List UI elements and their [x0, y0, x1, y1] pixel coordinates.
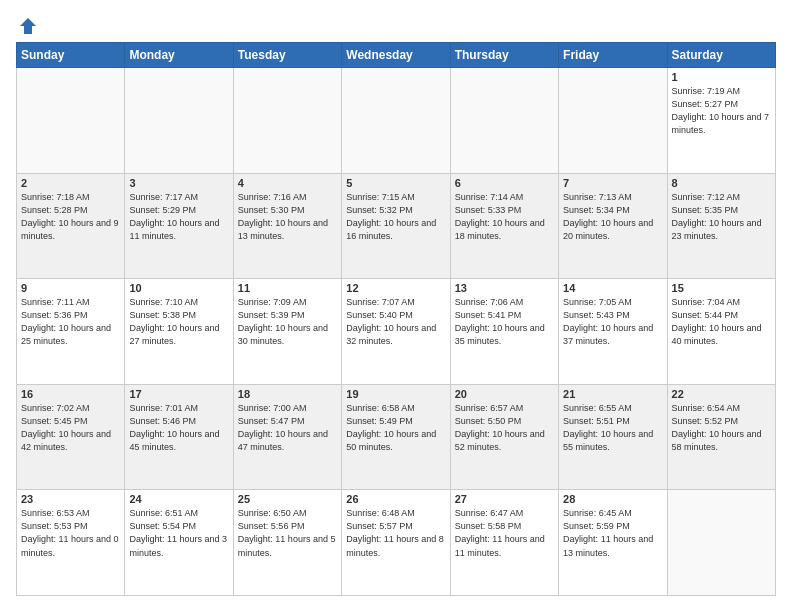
day-number: 11 — [238, 282, 337, 294]
day-number: 2 — [21, 177, 120, 189]
calendar-cell: 10Sunrise: 7:10 AM Sunset: 5:38 PM Dayli… — [125, 279, 233, 385]
calendar-cell — [17, 68, 125, 174]
day-info: Sunrise: 7:12 AM Sunset: 5:35 PM Dayligh… — [672, 191, 771, 243]
calendar-cell: 21Sunrise: 6:55 AM Sunset: 5:51 PM Dayli… — [559, 384, 667, 490]
day-info: Sunrise: 7:06 AM Sunset: 5:41 PM Dayligh… — [455, 296, 554, 348]
calendar-cell: 9Sunrise: 7:11 AM Sunset: 5:36 PM Daylig… — [17, 279, 125, 385]
day-number: 27 — [455, 493, 554, 505]
calendar-cell: 15Sunrise: 7:04 AM Sunset: 5:44 PM Dayli… — [667, 279, 775, 385]
day-info: Sunrise: 7:04 AM Sunset: 5:44 PM Dayligh… — [672, 296, 771, 348]
calendar-cell: 25Sunrise: 6:50 AM Sunset: 5:56 PM Dayli… — [233, 490, 341, 596]
calendar-cell: 3Sunrise: 7:17 AM Sunset: 5:29 PM Daylig… — [125, 173, 233, 279]
week-row-4: 23Sunrise: 6:53 AM Sunset: 5:53 PM Dayli… — [17, 490, 776, 596]
day-info: Sunrise: 7:00 AM Sunset: 5:47 PM Dayligh… — [238, 402, 337, 454]
day-number: 19 — [346, 388, 445, 400]
day-info: Sunrise: 6:45 AM Sunset: 5:59 PM Dayligh… — [563, 507, 662, 559]
calendar-cell: 26Sunrise: 6:48 AM Sunset: 5:57 PM Dayli… — [342, 490, 450, 596]
logo-icon — [18, 16, 38, 36]
calendar-cell — [559, 68, 667, 174]
calendar-cell — [125, 68, 233, 174]
day-info: Sunrise: 7:07 AM Sunset: 5:40 PM Dayligh… — [346, 296, 445, 348]
day-info: Sunrise: 6:50 AM Sunset: 5:56 PM Dayligh… — [238, 507, 337, 559]
day-info: Sunrise: 7:13 AM Sunset: 5:34 PM Dayligh… — [563, 191, 662, 243]
calendar-cell: 18Sunrise: 7:00 AM Sunset: 5:47 PM Dayli… — [233, 384, 341, 490]
day-number: 15 — [672, 282, 771, 294]
day-number: 17 — [129, 388, 228, 400]
calendar-cell: 4Sunrise: 7:16 AM Sunset: 5:30 PM Daylig… — [233, 173, 341, 279]
day-number: 8 — [672, 177, 771, 189]
day-info: Sunrise: 7:11 AM Sunset: 5:36 PM Dayligh… — [21, 296, 120, 348]
day-number: 13 — [455, 282, 554, 294]
calendar-cell: 16Sunrise: 7:02 AM Sunset: 5:45 PM Dayli… — [17, 384, 125, 490]
week-row-3: 16Sunrise: 7:02 AM Sunset: 5:45 PM Dayli… — [17, 384, 776, 490]
day-info: Sunrise: 6:47 AM Sunset: 5:58 PM Dayligh… — [455, 507, 554, 559]
day-number: 7 — [563, 177, 662, 189]
calendar-cell: 11Sunrise: 7:09 AM Sunset: 5:39 PM Dayli… — [233, 279, 341, 385]
calendar-cell: 22Sunrise: 6:54 AM Sunset: 5:52 PM Dayli… — [667, 384, 775, 490]
col-monday: Monday — [125, 43, 233, 68]
day-number: 3 — [129, 177, 228, 189]
day-info: Sunrise: 7:01 AM Sunset: 5:46 PM Dayligh… — [129, 402, 228, 454]
week-row-1: 2Sunrise: 7:18 AM Sunset: 5:28 PM Daylig… — [17, 173, 776, 279]
day-number: 25 — [238, 493, 337, 505]
day-number: 26 — [346, 493, 445, 505]
day-info: Sunrise: 7:09 AM Sunset: 5:39 PM Dayligh… — [238, 296, 337, 348]
day-number: 20 — [455, 388, 554, 400]
day-info: Sunrise: 6:48 AM Sunset: 5:57 PM Dayligh… — [346, 507, 445, 559]
day-info: Sunrise: 6:51 AM Sunset: 5:54 PM Dayligh… — [129, 507, 228, 559]
day-info: Sunrise: 6:53 AM Sunset: 5:53 PM Dayligh… — [21, 507, 120, 559]
day-number: 12 — [346, 282, 445, 294]
calendar-cell: 23Sunrise: 6:53 AM Sunset: 5:53 PM Dayli… — [17, 490, 125, 596]
calendar-cell: 6Sunrise: 7:14 AM Sunset: 5:33 PM Daylig… — [450, 173, 558, 279]
day-info: Sunrise: 7:15 AM Sunset: 5:32 PM Dayligh… — [346, 191, 445, 243]
day-number: 1 — [672, 71, 771, 83]
calendar-cell — [667, 490, 775, 596]
day-info: Sunrise: 6:57 AM Sunset: 5:50 PM Dayligh… — [455, 402, 554, 454]
day-number: 23 — [21, 493, 120, 505]
day-info: Sunrise: 6:54 AM Sunset: 5:52 PM Dayligh… — [672, 402, 771, 454]
calendar-cell: 13Sunrise: 7:06 AM Sunset: 5:41 PM Dayli… — [450, 279, 558, 385]
day-number: 16 — [21, 388, 120, 400]
col-tuesday: Tuesday — [233, 43, 341, 68]
calendar-cell: 20Sunrise: 6:57 AM Sunset: 5:50 PM Dayli… — [450, 384, 558, 490]
logo-text — [16, 16, 38, 36]
calendar-cell: 12Sunrise: 7:07 AM Sunset: 5:40 PM Dayli… — [342, 279, 450, 385]
calendar-cell: 24Sunrise: 6:51 AM Sunset: 5:54 PM Dayli… — [125, 490, 233, 596]
col-thursday: Thursday — [450, 43, 558, 68]
calendar-table: Sunday Monday Tuesday Wednesday Thursday… — [16, 42, 776, 596]
day-info: Sunrise: 7:19 AM Sunset: 5:27 PM Dayligh… — [672, 85, 771, 137]
day-info: Sunrise: 7:18 AM Sunset: 5:28 PM Dayligh… — [21, 191, 120, 243]
day-info: Sunrise: 6:58 AM Sunset: 5:49 PM Dayligh… — [346, 402, 445, 454]
day-number: 24 — [129, 493, 228, 505]
day-info: Sunrise: 7:10 AM Sunset: 5:38 PM Dayligh… — [129, 296, 228, 348]
calendar-cell: 8Sunrise: 7:12 AM Sunset: 5:35 PM Daylig… — [667, 173, 775, 279]
calendar-cell — [233, 68, 341, 174]
calendar-cell: 27Sunrise: 6:47 AM Sunset: 5:58 PM Dayli… — [450, 490, 558, 596]
day-info: Sunrise: 7:05 AM Sunset: 5:43 PM Dayligh… — [563, 296, 662, 348]
day-number: 9 — [21, 282, 120, 294]
logo — [16, 16, 38, 32]
day-number: 10 — [129, 282, 228, 294]
day-info: Sunrise: 7:17 AM Sunset: 5:29 PM Dayligh… — [129, 191, 228, 243]
calendar-cell: 5Sunrise: 7:15 AM Sunset: 5:32 PM Daylig… — [342, 173, 450, 279]
day-info: Sunrise: 7:16 AM Sunset: 5:30 PM Dayligh… — [238, 191, 337, 243]
calendar-cell: 17Sunrise: 7:01 AM Sunset: 5:46 PM Dayli… — [125, 384, 233, 490]
day-number: 18 — [238, 388, 337, 400]
day-number: 22 — [672, 388, 771, 400]
calendar-cell: 14Sunrise: 7:05 AM Sunset: 5:43 PM Dayli… — [559, 279, 667, 385]
calendar-cell: 19Sunrise: 6:58 AM Sunset: 5:49 PM Dayli… — [342, 384, 450, 490]
day-info: Sunrise: 6:55 AM Sunset: 5:51 PM Dayligh… — [563, 402, 662, 454]
day-number: 21 — [563, 388, 662, 400]
col-friday: Friday — [559, 43, 667, 68]
col-sunday: Sunday — [17, 43, 125, 68]
day-info: Sunrise: 7:02 AM Sunset: 5:45 PM Dayligh… — [21, 402, 120, 454]
day-number: 6 — [455, 177, 554, 189]
day-number: 28 — [563, 493, 662, 505]
page: Sunday Monday Tuesday Wednesday Thursday… — [0, 0, 792, 612]
col-saturday: Saturday — [667, 43, 775, 68]
calendar-cell: 7Sunrise: 7:13 AM Sunset: 5:34 PM Daylig… — [559, 173, 667, 279]
header — [16, 16, 776, 32]
calendar-cell: 2Sunrise: 7:18 AM Sunset: 5:28 PM Daylig… — [17, 173, 125, 279]
header-row: Sunday Monday Tuesday Wednesday Thursday… — [17, 43, 776, 68]
calendar-cell — [342, 68, 450, 174]
